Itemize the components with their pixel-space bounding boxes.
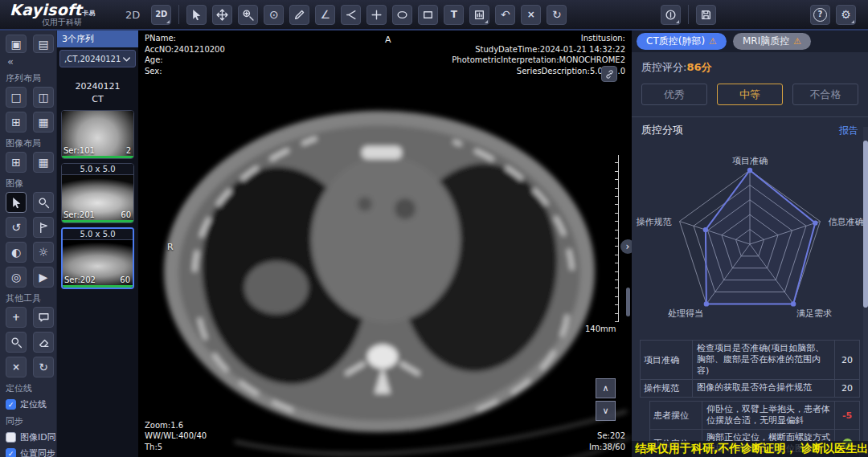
image-brightness-icon: ☼ bbox=[39, 247, 49, 258]
study-dropdown[interactable]: ,CT,20240121 bbox=[59, 50, 136, 67]
image-brightness-button[interactable]: ☼ bbox=[33, 242, 54, 263]
qc-tab[interactable]: CT质控(肺部)⚠ bbox=[637, 33, 727, 50]
other-comment-button[interactable] bbox=[33, 307, 54, 328]
help-button[interactable]: ? bbox=[810, 5, 830, 25]
overlay-line: Th:5 bbox=[145, 442, 207, 453]
image-invert-button[interactable]: ◐ bbox=[6, 242, 27, 263]
qc-row-desc: 图像的获取是否符合操作规范 bbox=[693, 380, 834, 397]
checkbox-checked[interactable]: ✓ bbox=[6, 399, 16, 410]
reset-tool-button[interactable]: ↻ bbox=[547, 5, 567, 25]
rectangle-tool-button[interactable] bbox=[418, 5, 438, 25]
toolbar-system-group: ?⚙ bbox=[810, 5, 862, 25]
other-magnifier-button[interactable] bbox=[6, 332, 27, 353]
series-layout-3x3-button[interactable]: ▦ bbox=[33, 112, 54, 133]
panel-scrollbar[interactable] bbox=[863, 141, 868, 308]
other-delete-button[interactable]: × bbox=[6, 357, 27, 377]
other-comment-icon bbox=[38, 312, 50, 324]
scroll-down-button[interactable]: ∨ bbox=[596, 401, 616, 421]
series-thumbnail[interactable]: 5.0 x 5.0Ser:20160 bbox=[61, 163, 134, 223]
overlay-line: Sex: bbox=[145, 66, 225, 77]
grade-button[interactable]: 优秀 bbox=[641, 84, 707, 105]
tool-sections: 序列布局□◫⊞▦图像布局⊞▦图像↺◐☼◎▶其他工具+×↻ bbox=[6, 72, 56, 377]
prompt-info-button[interactable] bbox=[661, 5, 681, 25]
other-magnifier-icon bbox=[10, 337, 23, 349]
scroll-up-button[interactable]: ∧ bbox=[596, 378, 616, 398]
image-zoom-button[interactable] bbox=[33, 192, 54, 213]
save-button[interactable] bbox=[696, 5, 716, 25]
pan-tool-button[interactable] bbox=[212, 5, 232, 25]
series-layout-1x1-button[interactable]: □ bbox=[6, 87, 27, 108]
2d-mode-button[interactable]: 2D bbox=[151, 5, 171, 25]
thumbnail-series-number: Ser:201 bbox=[63, 210, 95, 219]
image-layout-2x2-icon: ⊞ bbox=[11, 157, 21, 168]
image-zoom-icon bbox=[38, 197, 50, 209]
zoom-tool-icon bbox=[242, 9, 254, 21]
window-level-tool-button[interactable]: ⊙ bbox=[264, 5, 284, 25]
measure-line-tool-button[interactable] bbox=[289, 5, 309, 25]
image-scroll-button[interactable] bbox=[33, 217, 54, 238]
study-label: 20240121 CT bbox=[57, 80, 138, 106]
thumbnail-panel-button[interactable]: ▣ bbox=[6, 35, 27, 53]
image-rotate-icon: ↺ bbox=[11, 222, 21, 233]
save-icon bbox=[700, 9, 712, 21]
crosshair-tool-button[interactable] bbox=[366, 5, 387, 25]
zoom-tool-button[interactable] bbox=[238, 5, 258, 25]
qc-row-desc: 仰卧位，双臂上举抱头，患者体位摆放合适，无明显偏斜 bbox=[702, 402, 834, 429]
image-viewport[interactable]: PName:AccNO:2401210200Age:Sex: A Institu… bbox=[138, 31, 632, 457]
checkbox-checked[interactable]: ✓ bbox=[6, 448, 16, 457]
help-icon: ? bbox=[813, 8, 827, 22]
undo-tool-button[interactable]: ↶ bbox=[495, 5, 515, 25]
cobb-angle-tool-icon bbox=[345, 9, 357, 21]
delete-tool-button[interactable]: × bbox=[521, 5, 541, 25]
thumbnail-image-count: 60 bbox=[120, 275, 130, 284]
series-thumbnail[interactable]: 5.0 x 5.0Ser:20260 bbox=[61, 227, 134, 289]
collapse-sidebar-button[interactable]: « bbox=[7, 55, 56, 67]
report-panel-button[interactable]: ▤ bbox=[33, 35, 54, 53]
image-layout-2x2-button[interactable]: ⊞ bbox=[6, 152, 27, 173]
ellipse-tool-button[interactable] bbox=[392, 5, 412, 25]
qc-row-score: 20 bbox=[834, 341, 859, 379]
link-series-button[interactable] bbox=[601, 66, 617, 82]
thumbnail-image-count: 2 bbox=[126, 146, 131, 155]
image-cursor-button[interactable] bbox=[6, 192, 27, 213]
expand-panel-handle[interactable]: › bbox=[620, 239, 632, 254]
slice-info-overlay: Se:202Im:38/60 bbox=[589, 430, 625, 452]
qc-tab-strip: CT质控(肺部)⚠MRI脑质控⚠ bbox=[632, 31, 868, 52]
grade-button[interactable]: 中等 bbox=[717, 84, 783, 105]
tool-grid: ↺◐☼◎▶ bbox=[6, 192, 56, 288]
image-info-tool-button[interactable] bbox=[469, 5, 489, 25]
series-thumbnail[interactable]: Ser:1012 bbox=[61, 110, 134, 159]
qc-tab[interactable]: MRI脑质控⚠ bbox=[733, 33, 811, 50]
cobb-angle-tool-button[interactable] bbox=[341, 5, 361, 25]
checkbox-unchecked[interactable] bbox=[6, 432, 16, 443]
other-add-button[interactable]: + bbox=[6, 307, 27, 328]
text-tool-button[interactable]: T bbox=[444, 5, 464, 25]
thumbnail-progress-bar bbox=[63, 285, 133, 288]
cursor-tool-button[interactable] bbox=[186, 5, 207, 25]
other-reset-button[interactable]: ↻ bbox=[33, 357, 54, 377]
qc-row-score: 20 bbox=[834, 380, 859, 397]
image-rotate-button[interactable]: ↺ bbox=[6, 217, 27, 238]
qc-row-desc: 检查项目是否准确(项目如脑部、胸部、腹部是否在标准的范围内容) bbox=[693, 341, 834, 379]
series-layout-1x2-button[interactable]: ◫ bbox=[33, 87, 54, 108]
overlay-line: Zoom:1.6 bbox=[145, 420, 207, 431]
thumbnail-series-number: Ser:202 bbox=[64, 275, 96, 284]
image-target-button[interactable]: ◎ bbox=[6, 267, 27, 288]
reset-tool-icon: ↻ bbox=[552, 9, 562, 20]
toolbar-separator bbox=[178, 5, 179, 24]
viewport-scrollbar[interactable] bbox=[626, 288, 630, 316]
settings-button[interactable]: ⚙ bbox=[836, 5, 856, 25]
section-label: 图像 bbox=[6, 177, 56, 190]
image-layout-3x3-button[interactable]: ▦ bbox=[33, 152, 54, 173]
grade-button[interactable]: 不合格 bbox=[792, 84, 858, 105]
cursor-tool-icon bbox=[190, 9, 203, 21]
angle-tool-button[interactable]: ∠ bbox=[315, 5, 335, 25]
image-cine-play-button[interactable]: ▶ bbox=[33, 267, 54, 288]
top-toolbar: Kayisoft卡易 仅用于科研 2D 2D⊙∠T↶×↻ ?⚙ bbox=[0, 0, 868, 31]
svg-text:满足需求: 满足需求 bbox=[796, 308, 832, 319]
thumbnail-desc: 5.0 x 5.0 bbox=[63, 229, 133, 240]
series-layout-2x2-button[interactable]: ⊞ bbox=[6, 112, 27, 133]
patient-info-overlay: PName:AccNO:2401210200Age:Sex: bbox=[145, 33, 225, 76]
other-eraser-button[interactable] bbox=[33, 332, 54, 353]
report-link[interactable]: 报告 bbox=[839, 124, 858, 137]
